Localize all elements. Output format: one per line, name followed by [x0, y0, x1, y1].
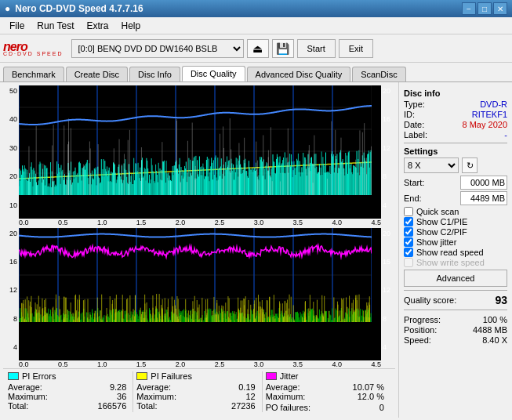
chart1-y-axis-right: 20161284 [381, 85, 395, 219]
menu-file[interactable]: File [3, 19, 31, 33]
refresh-button[interactable]: ↻ [462, 158, 478, 173]
disc-label-label: Label: [404, 130, 427, 139]
advanced-button[interactable]: Advanced [404, 270, 507, 287]
show-jitter-label: Show jitter [416, 237, 456, 247]
menu-extra[interactable]: Extra [80, 19, 114, 33]
main-content: 5040302010 20161284 0.00.51.01.52.02.53.… [0, 82, 512, 418]
tab-bar: Benchmark Create Disc Disc Info Disc Qua… [0, 63, 512, 82]
quality-score-value: 93 [495, 294, 507, 306]
show-c2pif-label: Show C2/PIF [416, 227, 467, 237]
drive-select[interactable]: [0:0] BENQ DVD DD DW1640 BSLB [71, 39, 244, 58]
pi-errors-label: PI Errors [22, 371, 56, 381]
pi-failures-total-label: Total: [136, 401, 157, 411]
start-button[interactable]: Start [297, 39, 336, 58]
position-value: 4488 MB [473, 325, 507, 335]
chart2-canvas-area [19, 228, 381, 361]
minimize-button[interactable]: − [462, 2, 476, 15]
tab-disc-quality[interactable]: Disc Quality [182, 66, 245, 81]
jitter-color [266, 372, 277, 380]
show-write-speed-label: Show write speed [416, 258, 485, 267]
title-bar: ● Nero CD-DVD Speed 4.7.7.16 − □ ✕ [0, 0, 512, 17]
tab-create-disc[interactable]: Create Disc [66, 67, 128, 81]
disc-label-value: - [504, 130, 507, 139]
pi-failures-avg-value: 0.19 [238, 382, 255, 392]
app-title: Nero CD-DVD Speed 4.7.7.16 [15, 3, 143, 14]
pi-errors-avg-value: 9.28 [110, 382, 126, 392]
jitter-max-value: 12.0 % [358, 392, 384, 401]
id-value: RITEKF1 [472, 110, 507, 119]
jitter-avg-value: 10.07 % [353, 382, 384, 392]
pi-failures-group: PI Failures Average: 0.19 Maximum: 12 To… [133, 371, 262, 412]
pi-failures-total-value: 27236 [231, 401, 256, 411]
show-c2pif-checkbox[interactable] [404, 227, 413, 237]
end-mb-input[interactable] [460, 191, 507, 205]
id-label: ID: [404, 110, 415, 119]
pi-failures-max-value: 12 [245, 392, 255, 401]
chart1-y-axis-left: 5040302010 [3, 85, 19, 219]
toolbar: nero CD·DVD SPEED [0:0] BENQ DVD DD DW16… [0, 34, 512, 63]
quality-score-label: Quality score: [404, 295, 456, 305]
eject-button[interactable]: ⏏ [247, 39, 269, 58]
tab-scan-disc[interactable]: ScanDisc [352, 67, 405, 81]
charts-section: 5040302010 20161284 0.00.51.01.52.02.53.… [0, 82, 398, 418]
chart1-canvas-area [19, 85, 381, 219]
chart2-y-axis-right: 20151284 [381, 228, 395, 361]
jitter-label: Jitter [280, 371, 299, 381]
pi-errors-total-value: 166576 [98, 401, 127, 411]
pi-failures-label: PI Failures [151, 371, 192, 381]
exit-button[interactable]: Exit [339, 39, 373, 58]
menu-help[interactable]: Help [115, 19, 147, 33]
jitter-max-label: Maximum: [266, 392, 306, 401]
speed-label: Speed: [404, 335, 431, 345]
close-button[interactable]: ✕ [493, 2, 507, 15]
pi-errors-color [8, 372, 19, 380]
type-label: Type: [404, 100, 425, 109]
po-failures-value: 0 [379, 403, 384, 412]
save-button[interactable]: 💾 [272, 39, 294, 58]
pi-errors-max-value: 36 [117, 392, 126, 401]
chart2-y-axis-left: 20161284 [3, 228, 19, 361]
chart1-x-axis: 0.00.51.01.52.02.53.03.54.04.5 [3, 219, 381, 226]
show-c1pie-checkbox[interactable] [404, 217, 413, 226]
quick-scan-label: Quick scan [416, 207, 459, 216]
show-read-speed-checkbox[interactable] [404, 248, 413, 257]
pi-errors-total-label: Total: [8, 401, 28, 411]
pi-failures-color [136, 372, 147, 380]
start-mb-input[interactable]: 0000 MB [460, 176, 507, 190]
chart2-x-axis: 0.00.51.01.52.02.53.03.54.04.5 [3, 360, 381, 368]
show-c1pie-label: Show C1/PIE [416, 217, 467, 226]
disc-info-title: Disc info [404, 89, 507, 98]
date-label: Date: [404, 120, 424, 129]
nero-logo-sub: CD·DVD SPEED [3, 51, 64, 56]
tab-disc-info[interactable]: Disc Info [129, 67, 180, 81]
jitter-avg-label: Average: [266, 382, 300, 392]
tab-advanced-disc-quality[interactable]: Advanced Disc Quality [247, 67, 351, 81]
pi-errors-avg-label: Average: [8, 382, 42, 392]
date-value: 8 May 2020 [463, 120, 507, 129]
app-icon: ● [5, 3, 10, 14]
maximize-button[interactable]: □ [478, 2, 492, 15]
po-failures-label: PO failures: [266, 403, 310, 412]
pi-errors-max-label: Maximum: [8, 392, 48, 401]
right-panel: Disc info Type: DVD-R ID: RITEKF1 Date: … [398, 82, 512, 418]
menu-run-test[interactable]: Run Test [31, 19, 80, 33]
end-mb-label: End: [404, 194, 422, 203]
tab-benchmark[interactable]: Benchmark [3, 67, 64, 81]
speed-value: 8.40 X [482, 335, 507, 345]
settings-title: Settings [404, 147, 507, 156]
position-label: Position: [404, 325, 437, 335]
progress-area: Progress: 100 % Position: 4488 MB Speed:… [404, 313, 507, 347]
menu-bar: File Run Test Extra Help [0, 17, 512, 34]
show-jitter-checkbox[interactable] [404, 237, 413, 247]
start-mb-label: Start: [404, 178, 424, 187]
progress-label: Progress: [404, 315, 441, 324]
pi-errors-group: PI Errors Average: 9.28 Maximum: 36 Tota… [8, 371, 133, 412]
jitter-group: Jitter Average: 10.07 % Maximum: 12.0 % … [263, 371, 390, 412]
quick-scan-checkbox[interactable] [404, 207, 413, 216]
speed-select[interactable]: 8 X 1 X 2 X 4 X Max [404, 158, 459, 173]
stats-bar: PI Errors Average: 9.28 Maximum: 36 Tota… [3, 368, 395, 415]
show-read-speed-label: Show read speed [416, 248, 484, 257]
logo: nero CD·DVD SPEED [3, 40, 64, 56]
pi-failures-avg-label: Average: [136, 382, 171, 392]
type-value: DVD-R [480, 100, 507, 109]
